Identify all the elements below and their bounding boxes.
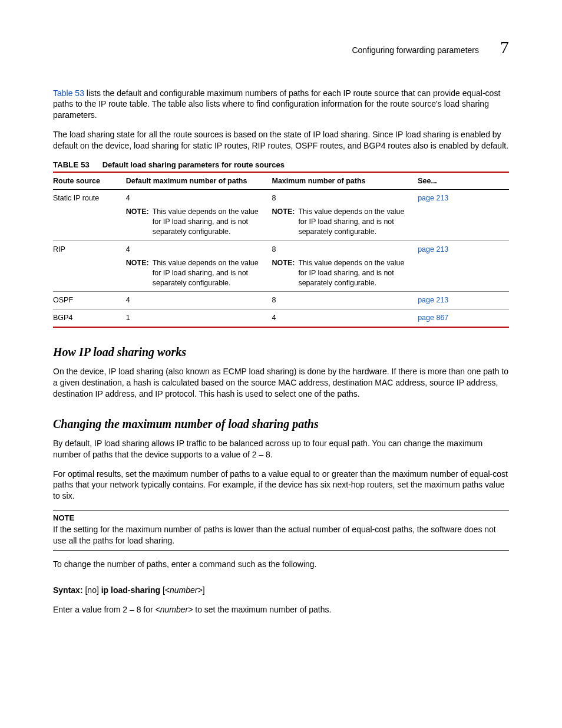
note-label: NOTE: xyxy=(272,207,295,237)
cell-max: 8 xyxy=(272,241,418,258)
cell-max: 4 xyxy=(272,309,418,327)
note-text: This value depends on the value for IP l… xyxy=(153,258,267,288)
table-row: OSPF48page 213 xyxy=(53,292,509,309)
cell-max: 8 xyxy=(272,190,418,207)
syntax-pre: [no] xyxy=(83,585,101,595)
table-row-note: NOTE:This value depends on the value for… xyxy=(53,207,509,241)
cell-route-source: RIP xyxy=(53,241,126,258)
table-53: Route source Default maximum number of p… xyxy=(53,172,509,328)
syntax-variable: <number> xyxy=(165,585,203,595)
col-default-max: Default maximum number of paths xyxy=(126,172,272,190)
table-caption: TABLE 53 Default load sharing parameters… xyxy=(53,160,509,170)
note-text: This value depends on the value for IP l… xyxy=(298,207,413,237)
page-link[interactable]: page 867 xyxy=(418,314,448,322)
section-heading-how-works: How IP load sharing works xyxy=(53,344,509,360)
section2-paragraph-1: By default, IP load sharing allows IP tr… xyxy=(53,438,509,460)
page-link[interactable]: page 213 xyxy=(418,245,448,253)
note-heading: NOTE xyxy=(53,513,509,523)
note-text: This value depends on the value for IP l… xyxy=(153,207,267,237)
section2-paragraph-3: To change the number of paths, enter a c… xyxy=(53,559,509,570)
cell-see: page 867 xyxy=(418,309,509,327)
table-header-row: Route source Default maximum number of p… xyxy=(53,172,509,190)
table-row: BGP414page 867 xyxy=(53,309,509,327)
section2-paragraph-2: For optimal results, set the maximum num… xyxy=(53,469,509,502)
cell-see: page 213 xyxy=(418,190,509,207)
page-link[interactable]: page 213 xyxy=(418,194,448,202)
intro-paragraph-1: Table 53 lists the default and configura… xyxy=(53,88,509,121)
cell-see: page 213 xyxy=(418,292,509,309)
syntax-post: [ xyxy=(160,585,165,595)
syntax-command: ip load-sharing xyxy=(101,585,160,595)
para4-post: to set the maximum number of paths. xyxy=(193,605,331,614)
intro-text-1: lists the default and configurable maxim… xyxy=(53,88,500,120)
chapter-number: 7 xyxy=(500,35,509,60)
syntax-end: ] xyxy=(203,585,205,595)
cell-default: 4 xyxy=(126,190,272,207)
cell-default-note: NOTE:This value depends on the value for… xyxy=(126,207,272,241)
header-title: Configuring forwarding parameters xyxy=(352,45,479,56)
cell-max-note: NOTE:This value depends on the value for… xyxy=(272,258,418,292)
note-label: NOTE: xyxy=(126,207,149,237)
table-53-link[interactable]: Table 53 xyxy=(53,88,84,98)
table-row-note: NOTE:This value depends on the value for… xyxy=(53,258,509,292)
page-link[interactable]: page 213 xyxy=(418,296,448,304)
para4-variable: <number> xyxy=(156,605,193,614)
cell-default: 1 xyxy=(126,309,272,327)
cell-max: 8 xyxy=(272,292,418,309)
section1-paragraph: On the device, IP load sharing (also kno… xyxy=(53,366,509,400)
note-label: NOTE: xyxy=(126,258,149,288)
col-max: Maximum number of paths xyxy=(272,172,418,190)
note-text: This value depends on the value for IP l… xyxy=(298,258,413,288)
cell-default: 4 xyxy=(126,292,272,309)
syntax-label: Syntax: xyxy=(53,585,83,595)
cell-max-note: NOTE:This value depends on the value for… xyxy=(272,207,418,241)
section2-paragraph-4: Enter a value from 2 – 8 for <number> to… xyxy=(53,604,509,615)
cell-see: page 213 xyxy=(418,241,509,258)
cell-route-source: BGP4 xyxy=(53,309,126,327)
table-row: Static IP route48page 213 xyxy=(53,190,509,207)
note-label: NOTE: xyxy=(272,258,295,288)
note-body: If the setting for the maximum number of… xyxy=(53,524,509,546)
para4-pre: Enter a value from 2 – 8 for xyxy=(53,605,156,614)
cell-default-note: NOTE:This value depends on the value for… xyxy=(126,258,272,292)
table-row: RIP48page 213 xyxy=(53,241,509,258)
col-see: See... xyxy=(418,172,509,190)
table-label: TABLE 53 xyxy=(53,160,90,169)
syntax-line: Syntax: [no] ip load-sharing [<number>] xyxy=(53,585,509,596)
intro-paragraph-2: The load sharing state for all the route… xyxy=(53,129,509,151)
page-header: Configuring forwarding parameters 7 xyxy=(53,35,509,60)
section-heading-changing-max: Changing the maximum number of load shar… xyxy=(53,416,509,432)
note-callout: NOTE If the setting for the maximum numb… xyxy=(53,510,509,550)
cell-route-source: Static IP route xyxy=(53,190,126,207)
cell-default: 4 xyxy=(126,241,272,258)
cell-route-source: OSPF xyxy=(53,292,126,309)
col-route-source: Route source xyxy=(53,172,126,190)
table-caption-text: Default load sharing parameters for rout… xyxy=(103,160,285,169)
